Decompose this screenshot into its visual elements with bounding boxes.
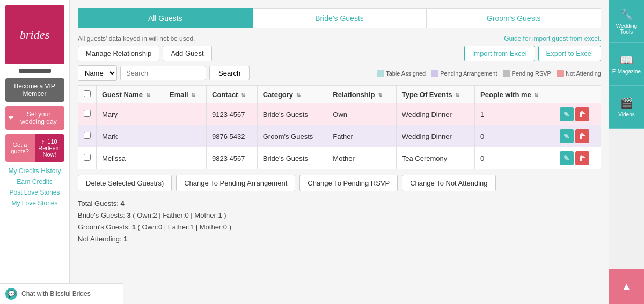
export-button[interactable]: Export to Excel [538, 46, 601, 61]
sort-guest-name[interactable]: ⇅ [146, 92, 150, 98]
col-people-with-me: People with me ⇅ [475, 86, 554, 103]
sort-category[interactable]: ⇅ [296, 92, 301, 98]
sort-type-events[interactable]: ⇅ [455, 92, 459, 98]
cell-email [164, 103, 207, 125]
cell-people: 1 [475, 103, 554, 125]
cell-name: Melissa [97, 147, 164, 169]
edit-button[interactable]: ✎ [560, 129, 574, 143]
quote-redeem-row: Get a quote? 🏷110 Redeem Now! [5, 134, 64, 162]
legend-table-assigned: Table Assigned [377, 70, 426, 77]
quote-button[interactable]: Get a quote? [5, 134, 35, 162]
vip-button[interactable]: Become a VIP Member [5, 78, 64, 102]
change-pending-arrangement-button[interactable]: Change To Pending Arrangement [176, 175, 295, 191]
delete-selected-button[interactable]: Delete Selected Guest(s) [78, 175, 172, 191]
stats-section: Total Guests: 4 Bride's Guests: 3 ( Own:… [78, 198, 601, 245]
bottom-actions: Delete Selected Guest(s) Change To Pendi… [78, 175, 601, 191]
chat-label[interactable]: Chat with Blissful Brides [21, 290, 91, 298]
sort-contact[interactable]: ⇅ [241, 92, 245, 98]
cell-category: Bride's Guests [257, 103, 327, 125]
my-love-stories-link[interactable]: My Love Stories [11, 199, 57, 207]
col-type-of-events: Type Of Events ⇅ [396, 86, 474, 103]
guide-link[interactable]: Guide for import guest from excel. [504, 35, 601, 42]
change-pending-rsvp-button[interactable]: Change To Pending RSVP [299, 175, 398, 191]
legend-dot-table-assigned [377, 70, 384, 77]
brides-guests-row: Bride's Guests: 3 ( Own:2 | Father:0 | M… [78, 210, 601, 221]
tab-all-guests[interactable]: All Guests [78, 8, 253, 28]
edit-button[interactable]: ✎ [560, 151, 574, 165]
cell-name: Mary [97, 103, 164, 125]
cell-relationship: Own [327, 103, 396, 125]
search-field-select[interactable]: Name [78, 65, 117, 81]
redeem-button[interactable]: 🏷110 Redeem Now! [35, 134, 64, 162]
chat-bar: 💬 Chat with Blissful Brides [0, 283, 123, 304]
col-actions [554, 86, 601, 103]
cell-contact: 9876 5432 [207, 125, 258, 147]
up-arrow-icon: ▲ [621, 280, 632, 293]
brides-count: 3 [127, 211, 130, 219]
sort-email[interactable]: ⇅ [191, 92, 195, 98]
col-contact: Contact ⇅ [207, 86, 258, 103]
cell-relationship: Mother [327, 147, 396, 169]
main-content: All Guests Bride's Guests Groom's Guests… [70, 0, 609, 304]
tab-brides-guests[interactable]: Bride's Guests [253, 8, 427, 28]
cell-actions: ✎ 🗑 [554, 103, 601, 125]
cell-email [164, 125, 207, 147]
legend-pending-arrangement: Pending Arrangement [431, 70, 497, 77]
row-checkbox-cell [78, 125, 97, 147]
wedding-tools-icon: 🔧 [620, 8, 633, 21]
videos-button[interactable]: 🎬 Videos [609, 86, 644, 129]
cell-actions: ✎ 🗑 [554, 125, 601, 147]
row-checkbox[interactable] [84, 110, 91, 117]
legend-dot-pending-rsvp [503, 70, 510, 77]
delete-button[interactable]: 🗑 [575, 107, 589, 121]
table-row: Melissa 9823 4567 Bride's Guests Mother … [78, 147, 601, 169]
cell-type-events: Tea Ceremony [396, 147, 474, 169]
legend-dot-pending-arrangement [431, 70, 438, 77]
legend-pending-rsvp: Pending RSVP [503, 70, 551, 77]
row-checkbox-cell [78, 103, 97, 125]
credits-history-link[interactable]: My Credits History [8, 167, 61, 175]
wedding-day-button[interactable]: ❤ Set your wedding day [5, 106, 64, 130]
add-guest-button[interactable]: Add Guest [163, 46, 211, 61]
total-count: 4 [121, 199, 125, 207]
grooms-guests-row: Groom's Guests: 1 ( Own:0 | Father:1 | M… [78, 221, 601, 233]
change-not-attending-button[interactable]: Change To Not Attending [402, 175, 495, 191]
sort-relationship[interactable]: ⇅ [378, 92, 382, 98]
select-all-checkbox[interactable] [84, 90, 91, 97]
search-button[interactable]: Search [209, 66, 250, 80]
post-love-stories-link[interactable]: Post Love Stories [9, 189, 60, 196]
guest-table: Guest Name ⇅ Email ⇅ Contact ⇅ Category … [78, 85, 601, 169]
cell-contact: 9823 4567 [207, 147, 258, 169]
row-checkbox[interactable] [84, 132, 91, 139]
delete-button[interactable]: 🗑 [575, 129, 589, 143]
wedding-tools-button[interactable]: 🔧 Wedding Tools [609, 0, 644, 43]
import-button[interactable]: Import from Excel [464, 46, 535, 61]
col-email: Email ⇅ [164, 86, 207, 103]
action-row: Manage Relationship Add Guest Import fro… [78, 46, 601, 61]
not-attending-row: Not Attending: 1 [78, 233, 601, 245]
table-body: Mary 9123 4567 Bride's Guests Own Weddin… [78, 103, 601, 169]
delete-button[interactable]: 🗑 [575, 151, 589, 165]
table-row: Mark 9876 5432 Groom's Guests Father Wed… [78, 125, 601, 147]
manage-relationship-button[interactable]: Manage Relationship [78, 46, 159, 61]
emagazine-button[interactable]: 📖 E-Magazine [609, 43, 644, 86]
sort-people[interactable]: ⇅ [534, 92, 538, 98]
cell-type-events: Wedding Dinner [396, 125, 474, 147]
cell-relationship: Father [327, 125, 396, 147]
scroll-up-button[interactable]: ▲ [609, 269, 644, 304]
edit-button[interactable]: ✎ [560, 107, 574, 121]
tab-bar: All Guests Bride's Guests Groom's Guests [78, 8, 601, 28]
col-guest-name: Guest Name ⇅ [97, 86, 164, 103]
search-input[interactable] [120, 66, 206, 80]
total-guests-row: Total Guests: 4 [78, 198, 601, 210]
earn-credits-link[interactable]: Earn Credits [17, 178, 53, 186]
chat-icon: 💬 [5, 288, 17, 300]
cell-people: 0 [475, 125, 554, 147]
row-checkbox[interactable] [84, 154, 91, 161]
grooms-count: 1 [132, 223, 136, 231]
cell-people: 0 [475, 147, 554, 169]
info-row: All guests' data keyed in will not be us… [78, 35, 601, 42]
tab-grooms-guests[interactable]: Groom's Guests [427, 8, 601, 28]
row-checkbox-cell [78, 147, 97, 169]
logo-text: brides [20, 28, 49, 42]
